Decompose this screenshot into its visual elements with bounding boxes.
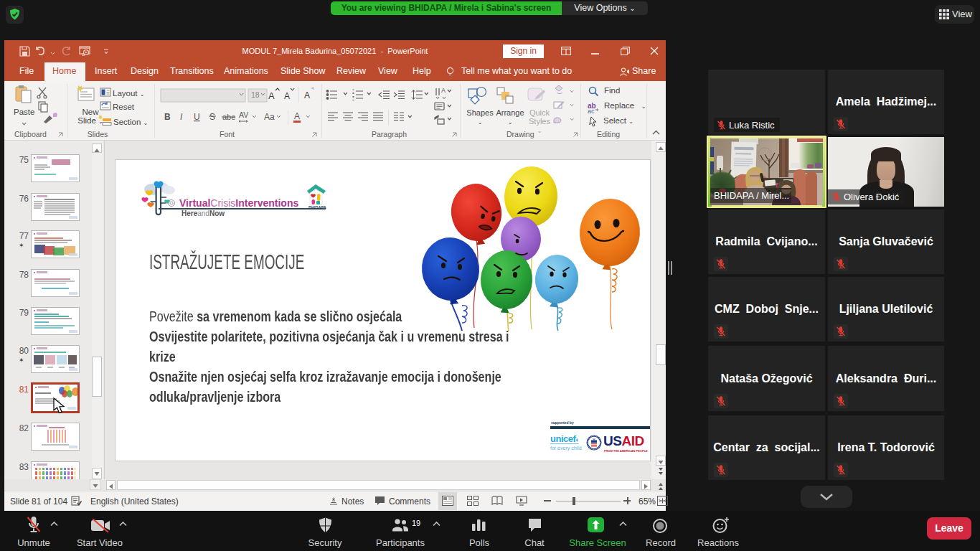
svg-text:A: A bbox=[304, 90, 310, 100]
svg-text:A: A bbox=[441, 87, 446, 94]
svg-text:HereandNow: HereandNow bbox=[182, 209, 225, 217]
svg-text:A: A bbox=[294, 111, 300, 121]
svg-text:BHIDAPA: BHIDAPA bbox=[308, 205, 326, 209]
svg-text:Aa: Aa bbox=[264, 112, 275, 122]
svg-text:AV: AV bbox=[239, 110, 248, 119]
svg-text:I: I bbox=[180, 112, 183, 122]
svg-text:B: B bbox=[164, 112, 171, 122]
svg-text:A: A bbox=[284, 91, 290, 101]
svg-text:A: A bbox=[268, 90, 275, 101]
svg-text:18: 18 bbox=[251, 90, 260, 99]
svg-text:ac: ac bbox=[588, 108, 595, 115]
svg-text:VirtualCrisisInterventions: VirtualCrisisInterventions bbox=[179, 197, 298, 209]
svg-text:U: U bbox=[194, 112, 200, 122]
svg-text:S: S bbox=[209, 112, 215, 122]
